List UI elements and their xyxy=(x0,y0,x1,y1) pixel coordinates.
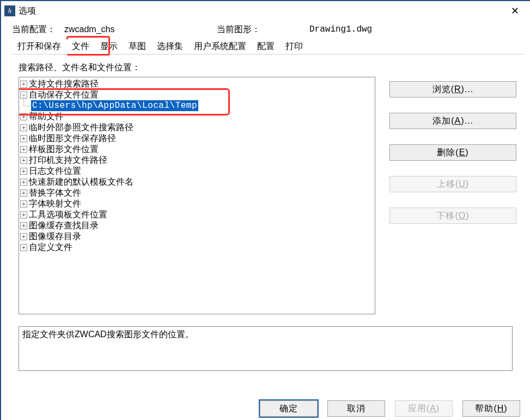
tab-4[interactable]: 选择集 xyxy=(151,39,188,54)
dialog-footer: 确定取消应用(A)帮助(H) xyxy=(260,400,520,417)
tree-node-label: 字体映射文件 xyxy=(29,198,81,209)
expand-icon[interactable]: + xyxy=(20,135,27,142)
info-row: 当前配置： zwcadm_chs 当前图形： Drawing1.dwg xyxy=(12,23,523,36)
titlebar: h 选项 ✕ xyxy=(1,1,530,21)
config-value: zwcadm_chs xyxy=(64,25,217,34)
tree-node-label: 快速新建的默认模板文件名 xyxy=(29,176,133,187)
tree-node-label: 图像缓存查找目录 xyxy=(29,220,99,231)
tree-node[interactable]: +替换字体文件 xyxy=(19,187,375,198)
ok-button[interactable]: 确定 xyxy=(260,400,318,417)
tree-node[interactable]: +工具选项板文件位置 xyxy=(19,209,375,220)
expand-icon[interactable]: + xyxy=(20,157,27,164)
options-dialog: h 选项 ✕ 当前配置： zwcadm_chs 当前图形： Drawing1.d… xyxy=(0,0,530,420)
cancel-button[interactable]: 取消 xyxy=(327,400,385,417)
tree-node[interactable]: +打印机支持文件路径 xyxy=(19,155,375,166)
window-title: 选项 xyxy=(19,5,36,17)
tree-node-label: 自定义文件 xyxy=(29,242,72,253)
tree-node-label: 替换字体文件 xyxy=(29,187,81,198)
browse-button[interactable]: 浏览(R)... xyxy=(389,81,516,98)
tab-strip: 打开和保存文件显示草图选择集用户系统配置配置打印 xyxy=(12,39,523,54)
side-buttons: 浏览(R)...添加(A)...删除(E)上移(U)下移(O) xyxy=(389,77,516,314)
tree-node[interactable]: +图像缓存目录 xyxy=(19,231,375,242)
tree-node-label: 临时图形文件保存路径 xyxy=(29,133,116,144)
tab-3[interactable]: 草图 xyxy=(123,39,151,54)
tree-node-label: 支持文件搜索路径 xyxy=(29,78,99,89)
tree-node[interactable]: +字体映射文件 xyxy=(19,198,375,209)
expand-icon[interactable]: + xyxy=(20,124,27,131)
tab-2[interactable]: 显示 xyxy=(95,39,123,54)
tab-7[interactable]: 打印 xyxy=(280,39,308,54)
apply-button: 应用(A) xyxy=(395,400,453,417)
expand-icon[interactable]: + xyxy=(20,211,27,218)
expand-icon[interactable]: + xyxy=(20,179,27,186)
moveup-button: 上移(U) xyxy=(389,176,516,192)
tree-node[interactable]: +临时外部参照文件搜索路径 xyxy=(19,122,375,133)
tree-node[interactable]: −自动保存文件位置 xyxy=(19,89,375,100)
expand-icon[interactable]: + xyxy=(20,190,27,197)
tree-node[interactable]: +帮助文件 xyxy=(19,111,375,122)
tree-node[interactable]: +日志文件位置 xyxy=(19,166,375,176)
delete-button[interactable]: 删除(E) xyxy=(389,144,516,161)
tree-node-label: 日志文件位置 xyxy=(29,166,81,176)
tree-node-label: 打印机支持文件路径 xyxy=(29,155,107,166)
drawing-label: 当前图形： xyxy=(217,24,309,35)
description-box: 指定文件夹供ZWCAD搜索图形文件的位置。 xyxy=(19,326,513,371)
expand-icon[interactable]: + xyxy=(20,233,27,240)
tree-node[interactable]: +支持文件搜索路径 xyxy=(19,78,375,89)
tree-node-label: 样板图形文件位置 xyxy=(29,144,99,155)
tree-node-label: 临时外部参照文件搜索路径 xyxy=(29,122,133,133)
expand-icon[interactable]: + xyxy=(20,244,27,251)
tree-node[interactable]: +临时图形文件保存路径 xyxy=(19,133,375,144)
expand-icon[interactable]: + xyxy=(20,81,27,88)
tree-node[interactable]: +样板图形文件位置 xyxy=(19,144,375,155)
expand-icon[interactable]: + xyxy=(20,113,27,120)
tree-node-label: 工具选项板文件位置 xyxy=(29,209,107,220)
expand-icon[interactable]: + xyxy=(20,146,27,153)
tab-0[interactable]: 打开和保存 xyxy=(12,39,66,54)
tree-view[interactable]: +支持文件搜索路径−自动保存文件位置C:\Users\hp\AppData\Lo… xyxy=(19,77,375,314)
tab-1[interactable]: 文件 xyxy=(66,39,95,54)
drawing-value: Drawing1.dwg xyxy=(309,25,372,34)
tab-5[interactable]: 用户系统配置 xyxy=(188,39,252,54)
add-button[interactable]: 添加(A)... xyxy=(389,113,516,129)
expand-icon[interactable]: + xyxy=(20,168,27,175)
app-icon: h xyxy=(4,5,15,16)
section-label: 搜索路径、文件名和文件位置： xyxy=(19,62,523,74)
config-label: 当前配置： xyxy=(12,24,64,35)
tree-child[interactable]: C:\Users\hp\AppData\Local\Temp xyxy=(31,100,375,111)
close-icon[interactable]: ✕ xyxy=(503,3,527,19)
tree-node[interactable]: +图像缓存查找目录 xyxy=(19,220,375,231)
tree-child-label: C:\Users\hp\AppData\Local\Temp xyxy=(31,100,198,111)
tree-node-label: 图像缓存目录 xyxy=(29,231,81,242)
tree-node[interactable]: +自定义文件 xyxy=(19,242,375,253)
help-button[interactable]: 帮助(H) xyxy=(462,400,520,417)
tree-node[interactable]: +快速新建的默认模板文件名 xyxy=(19,176,375,187)
tree-node-label: 自动保存文件位置 xyxy=(29,89,99,100)
movedown-button: 下移(O) xyxy=(389,208,516,224)
expand-icon[interactable]: + xyxy=(20,200,27,208)
expand-icon[interactable]: + xyxy=(20,222,27,229)
tab-6[interactable]: 配置 xyxy=(252,39,280,54)
tree-node-label: 帮助文件 xyxy=(29,111,64,122)
